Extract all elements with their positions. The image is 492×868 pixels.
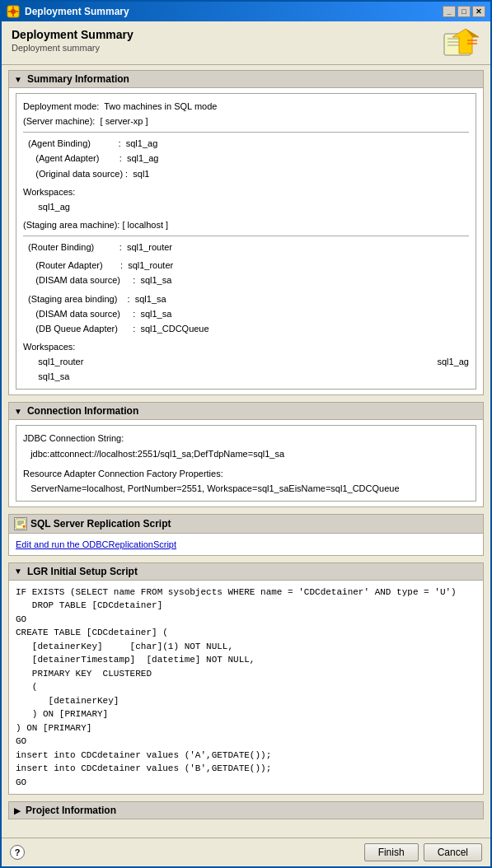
staging-machine-line: (Staging area machine): [ localhost ] <box>23 217 469 232</box>
project-section-header[interactable]: ▶ Project Information <box>8 801 484 819</box>
disam-data-line: (DISAM data source) : sql1_sa <box>23 273 469 287</box>
maximize-button[interactable]: □ <box>457 6 471 17</box>
divider2 <box>23 236 469 236</box>
page-title: Deployment Summary <box>12 28 134 41</box>
page-subtitle: Deployment summary <box>12 43 134 53</box>
connection-info-box: JDBC Connection String: jdbc:attconnect:… <box>16 425 476 502</box>
workspaces-label2: Workspaces: <box>23 339 469 354</box>
sql-replication-body: Edit and run the ODBCReplicationScript <box>8 534 484 556</box>
sql-script-icon <box>14 517 27 530</box>
original-data-line: (Original data source) : sql1 <box>23 166 469 181</box>
summary-section-label: Summary Information <box>27 73 129 85</box>
workspace2a-line: sql1_router <box>23 354 387 369</box>
project-section: ▶ Project Information <box>8 801 484 819</box>
jdbc-value-line: jdbc:attconnect://localhost:2551/sql1_sa… <box>23 446 469 461</box>
workspace1-line: sql1_ag <box>23 199 469 214</box>
sql-replication-label: SQL Server Replication Script <box>30 518 171 530</box>
sql-replication-section: SQL Server Replication Script Edit and r… <box>8 514 484 556</box>
lgr-code: IF EXISTS (SELECT name FROM sysobjects W… <box>16 586 476 790</box>
staging-binding-line: (Staging area binding) : sql1_sa <box>23 292 469 306</box>
divider1 <box>23 132 469 133</box>
summary-section-header[interactable]: ▼ Summary Information <box>8 70 484 88</box>
agent-binding-line: (Agent Binding) : sql1_ag <box>23 136 469 151</box>
bottom-bar: ? Finish Cancel <box>2 838 490 866</box>
connection-section: ▼ Connection Information JDBC Connection… <box>8 402 484 507</box>
scroll-area[interactable]: ▼ Summary Information Deployment mode: T… <box>2 65 490 838</box>
jdbc-label-line: JDBC Connection String: <box>23 431 469 446</box>
title-bar-buttons: _ □ ✕ <box>443 6 485 17</box>
workspace2b-line: sql1_sa <box>23 369 387 384</box>
lgr-section-label: LGR Initial Setup Script <box>27 566 138 577</box>
title-bar-text: Deployment Summary <box>25 6 129 17</box>
workspace2c-line: sql1_ag <box>437 354 469 369</box>
close-button[interactable]: ✕ <box>472 6 485 17</box>
resource-value-line: ServerName=localhost, PortNumber=2551, W… <box>23 481 469 496</box>
connection-section-body: JDBC Connection String: jdbc:attconnect:… <box>8 420 484 507</box>
db-queue-line: (DB Queue Adapter) : sql1_CDCQueue <box>23 321 469 336</box>
connection-toggle-icon: ▼ <box>14 407 22 416</box>
lgr-toggle-icon: ▼ <box>14 567 22 576</box>
page-header-icon <box>441 28 480 61</box>
summary-section-body: Deployment mode: Two machines in SQL mod… <box>8 88 484 395</box>
router-binding-line: (Router Binding) : sql1_router <box>23 240 469 254</box>
disam-data2-line: (DISAM data source) : sql1_sa <box>23 306 469 321</box>
lgr-section-body: IF EXISTS (SELECT name FROM sysobjects W… <box>8 581 484 796</box>
deployment-summary-window: Deployment Summary _ □ ✕ Deployment Summ… <box>0 0 492 868</box>
summary-info-box: Deployment mode: Two machines in SQL mod… <box>16 93 476 390</box>
minimize-button[interactable]: _ <box>443 6 456 17</box>
connection-section-header[interactable]: ▼ Connection Information <box>8 402 484 420</box>
svg-point-1 <box>11 9 16 14</box>
project-section-label: Project Information <box>26 805 116 816</box>
lgr-section-header[interactable]: ▼ LGR Initial Setup Script <box>8 562 484 581</box>
workspaces-label1: Workspaces: <box>23 184 469 199</box>
button-group: Finish Cancel <box>364 843 482 861</box>
page-header: Deployment Summary Deployment summary <box>2 21 490 65</box>
lgr-section: ▼ LGR Initial Setup Script IF EXISTS (SE… <box>8 562 484 796</box>
resource-label-line: Resource Adapter Connection Factory Prop… <box>23 466 469 481</box>
sql-replication-header: SQL Server Replication Script <box>8 514 484 534</box>
help-button[interactable]: ? <box>10 845 25 860</box>
agent-adapter-line: (Agent Adapter) : sql1_ag <box>23 151 469 166</box>
deployment-mode-line: Deployment mode: Two machines in SQL mod… <box>23 99 469 114</box>
window-icon <box>7 5 20 18</box>
summary-toggle-icon: ▼ <box>14 75 22 84</box>
project-toggle-icon: ▶ <box>14 806 21 815</box>
connection-section-label: Connection Information <box>27 405 138 417</box>
odbc-replication-link[interactable]: Edit and run the ODBCReplicationScript <box>16 539 176 549</box>
cancel-button[interactable]: Cancel <box>424 843 482 861</box>
finish-button[interactable]: Finish <box>364 843 419 861</box>
title-bar: Deployment Summary _ □ ✕ <box>2 2 490 21</box>
server-machine-line: (Server machine): [ server-xp ] <box>23 114 469 128</box>
router-adapter-line: (Router Adapter) : sql1_router <box>23 258 469 273</box>
summary-section: ▼ Summary Information Deployment mode: T… <box>8 70 484 395</box>
